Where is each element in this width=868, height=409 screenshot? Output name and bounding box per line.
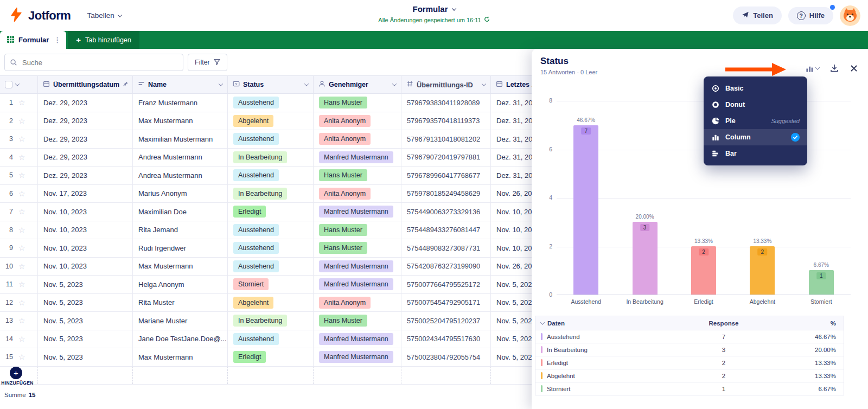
chevron-down-icon[interactable] xyxy=(392,81,397,86)
cell-status[interactable]: Ausstehend xyxy=(228,258,314,276)
share-button[interactable]: Teilen xyxy=(733,7,782,24)
star-icon[interactable]: ☆ xyxy=(18,189,25,198)
cell-name[interactable]: Max Mustermann xyxy=(133,258,228,276)
cell-submission-id[interactable]: 5750075454792905171 xyxy=(401,294,491,312)
cell-approver[interactable]: Anita Anonym xyxy=(314,130,401,148)
cell-submission-date[interactable]: Nov. 10, 2023 xyxy=(38,258,133,276)
cell-submission-id[interactable]: 5750077664795525172 xyxy=(401,276,491,293)
cell-submission-id[interactable]: 5796789960417768677 xyxy=(401,167,491,184)
cell-approver[interactable]: Manfred Mustermann xyxy=(314,330,401,348)
user-avatar[interactable] xyxy=(840,5,860,26)
chart-type-option[interactable]: Pie Suggested xyxy=(704,113,807,129)
cell-name[interactable]: Helga Anonym xyxy=(133,276,228,293)
cell-submission-date[interactable]: Nov. 10, 2023 xyxy=(38,203,133,221)
cell-status[interactable]: Ausstehend xyxy=(228,167,314,184)
star-icon[interactable]: ☆ xyxy=(18,153,25,162)
cell-approver[interactable]: Hans Muster xyxy=(314,239,401,257)
cell-submission-date[interactable]: Nov. 5, 2023 xyxy=(38,348,133,366)
cell-approver[interactable]: Hans Muster xyxy=(314,312,401,330)
star-icon[interactable]: ☆ xyxy=(18,226,25,234)
column-header-submission-id[interactable]: Übermittlungs-ID xyxy=(401,76,491,93)
column-header-name[interactable]: Name xyxy=(133,76,228,93)
star-icon[interactable]: ☆ xyxy=(18,171,25,180)
star-icon[interactable]: ☆ xyxy=(18,117,25,125)
help-button[interactable]: ? Hilfe xyxy=(788,7,833,24)
cell-status[interactable]: Ausstehend xyxy=(228,94,314,112)
cell-name[interactable]: Max Mustermann xyxy=(133,112,228,130)
add-row-button[interactable]: + xyxy=(10,367,22,379)
cell-name[interactable]: Franz Mustermann xyxy=(133,94,228,112)
cell-name[interactable]: Mariane Muster xyxy=(133,312,228,330)
cell-approver[interactable]: Hans Muster xyxy=(314,94,401,112)
cell-submission-id[interactable]: 5750024344795517630 xyxy=(401,330,491,348)
cell-status[interactable]: Erledigt xyxy=(228,348,314,366)
cell-submission-date[interactable]: Dez. 29, 2023 xyxy=(38,94,133,112)
cell-status[interactable]: In Bearbeitung xyxy=(228,149,314,167)
cell-approver[interactable]: Hans Muster xyxy=(314,221,401,239)
cell-status[interactable]: Ausstehend xyxy=(228,330,314,348)
close-panel-button[interactable] xyxy=(850,64,858,73)
chevron-down-icon[interactable] xyxy=(304,81,309,86)
jotform-logo[interactable]: Jotform xyxy=(0,7,71,25)
cell-name[interactable]: Max Mustermann xyxy=(133,348,228,366)
chevron-down-icon[interactable] xyxy=(540,320,545,324)
download-button[interactable] xyxy=(830,64,839,73)
cell-submission-id[interactable]: 5754490063273329136 xyxy=(401,203,491,221)
chart-type-option[interactable]: Bar xyxy=(704,145,807,162)
cell-submission-id[interactable]: 5750025204795120237 xyxy=(401,312,491,330)
star-icon[interactable]: ☆ xyxy=(18,207,25,216)
chart-type-option[interactable]: Donut xyxy=(704,97,807,113)
cell-submission-date[interactable]: Dez. 29, 2023 xyxy=(38,167,133,184)
cell-approver[interactable]: Hans Muster xyxy=(314,167,401,184)
cell-status[interactable]: Abgelehnt xyxy=(228,294,314,312)
tables-menu[interactable]: Tabellen xyxy=(87,11,121,20)
star-icon[interactable]: ☆ xyxy=(18,335,25,343)
star-icon[interactable]: ☆ xyxy=(18,298,25,307)
cell-name[interactable]: Rudi Irgendwer xyxy=(133,239,228,257)
star-icon[interactable]: ☆ xyxy=(18,316,25,325)
cell-status[interactable]: Ausstehend xyxy=(228,239,314,257)
column-header-status[interactable]: Status xyxy=(228,76,314,93)
cell-approver[interactable]: Manfred Mustermann xyxy=(314,203,401,221)
star-icon[interactable]: ☆ xyxy=(18,262,25,271)
cell-submission-id[interactable]: 5796791310418081202 xyxy=(401,130,491,148)
cell-status[interactable]: In Bearbeitung xyxy=(228,185,314,203)
cell-submission-date[interactable]: Nov. 10, 2023 xyxy=(38,221,133,239)
cell-status[interactable]: Storniert xyxy=(228,276,314,293)
cell-approver[interactable]: Manfred Mustermann xyxy=(314,348,401,366)
chevron-down-icon[interactable] xyxy=(15,81,20,86)
cell-status[interactable]: Abgelehnt xyxy=(228,112,314,130)
cell-submission-date[interactable]: Nov. 5, 2023 xyxy=(38,276,133,293)
tab-formular[interactable]: Formular ⋮ xyxy=(0,31,66,49)
star-icon[interactable]: ☆ xyxy=(18,244,25,252)
column-header-submission-date[interactable]: Übermittlungsdatum xyxy=(38,76,133,93)
filter-button[interactable]: Filter xyxy=(188,54,227,71)
select-all-checkbox[interactable] xyxy=(5,81,12,88)
cell-submission-date[interactable]: Nov. 5, 2023 xyxy=(38,330,133,348)
chart-type-option[interactable]: Basic xyxy=(704,80,807,97)
cell-submission-date[interactable]: Dez. 29, 2023 xyxy=(38,130,133,148)
cell-submission-id[interactable]: 5759780185249458629 xyxy=(401,185,491,203)
cell-submission-date[interactable]: Nov. 5, 2023 xyxy=(38,312,133,330)
cell-name[interactable]: Maximilian Doe xyxy=(133,203,228,221)
cell-status[interactable]: In Bearbeitung xyxy=(228,312,314,330)
cell-submission-id[interactable]: 5754489083273087731 xyxy=(401,239,491,257)
search-input[interactable] xyxy=(4,54,183,71)
star-icon[interactable]: ☆ xyxy=(18,280,25,289)
cell-name[interactable]: Marius Anonym xyxy=(133,185,228,203)
cell-submission-id[interactable]: 5754489433276081447 xyxy=(401,221,491,239)
page-title[interactable]: Formular xyxy=(412,4,448,14)
cell-name[interactable]: Rita Muster xyxy=(133,294,228,312)
cell-submission-id[interactable]: 5796793830411928089 xyxy=(401,94,491,112)
chevron-down-icon[interactable] xyxy=(219,81,223,86)
cell-name[interactable]: Andrea Mustermann xyxy=(133,149,228,167)
cell-submission-date[interactable]: Nov. 5, 2023 xyxy=(38,294,133,312)
cell-approver[interactable]: Manfred Mustermann xyxy=(314,258,401,276)
star-icon[interactable]: ☆ xyxy=(18,135,25,143)
cell-submission-id[interactable]: 5750023804792055754 xyxy=(401,348,491,366)
cell-approver[interactable]: Anita Anonym xyxy=(314,294,401,312)
cell-name[interactable]: Rita Jemand xyxy=(133,221,228,239)
cell-submission-date[interactable]: Nov. 10, 2023 xyxy=(38,239,133,257)
cell-submission-id[interactable]: 5796790720419797881 xyxy=(401,149,491,167)
star-icon[interactable]: ☆ xyxy=(18,98,25,107)
